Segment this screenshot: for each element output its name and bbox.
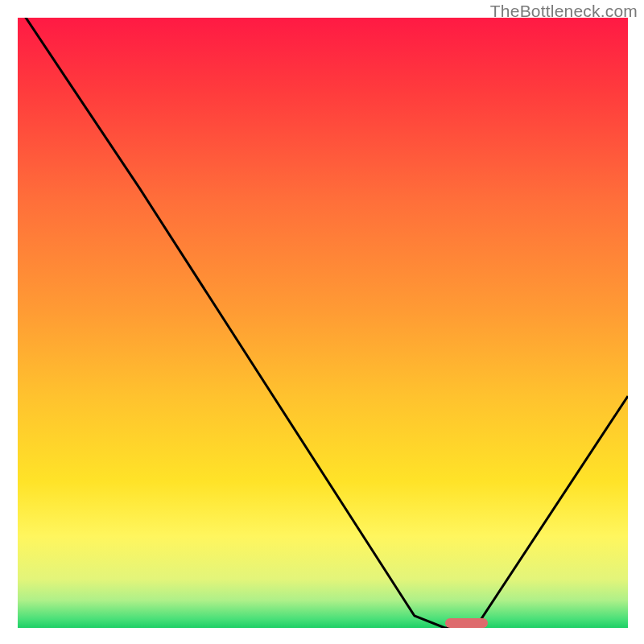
optimal-range-marker <box>445 618 488 628</box>
chart-stage: TheBottleneck.com <box>0 0 644 644</box>
bottleneck-curve <box>18 18 628 628</box>
plot-area <box>18 18 628 628</box>
